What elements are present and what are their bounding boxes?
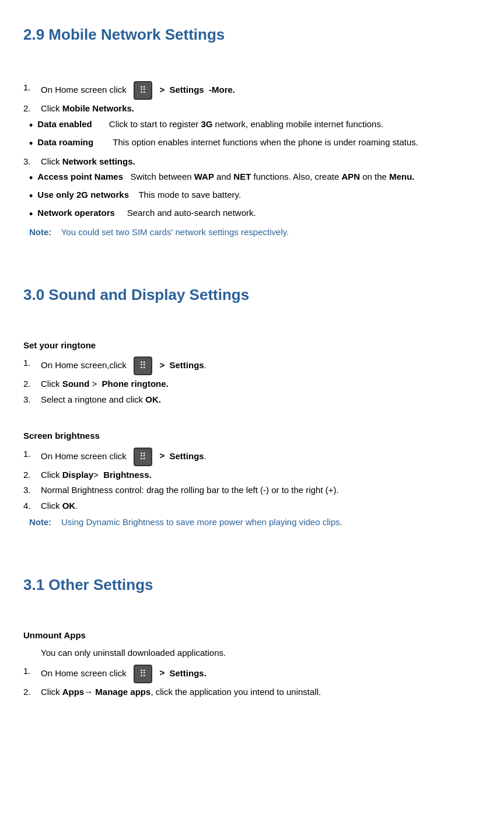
step-3-1-2: 2. Click Apps→ Manage apps, click the ap… [23, 686, 481, 699]
step-num: 3. [23, 393, 41, 407]
section-2-9: 2.9 Mobile Network Settings 1. On Home s… [23, 23, 481, 278]
step-content: On Home screen click > Settings. [41, 448, 481, 466]
step-3-0b-4: 4. Click OK. [23, 499, 481, 513]
display-label: Display [62, 470, 93, 480]
step-3-0b-2: 2. Click Display> Brightness. [23, 469, 481, 482]
step-num: 4. [23, 499, 41, 513]
step-3-0b-3: 3. Normal Brightness control: drag the r… [23, 484, 481, 497]
mobile-networks-label: Mobile Networks. [62, 103, 134, 113]
section-3-0: 3.0 Sound and Display Settings Set your … [23, 284, 481, 568]
settings-label: Settings [170, 450, 204, 460]
step-num: 2. [23, 469, 41, 482]
step-num: 2. [23, 378, 41, 391]
step-content: Click OK. [41, 499, 481, 513]
step-3-0-2: 2. Click Sound > Phone ringtone. [23, 378, 481, 391]
note-2-9: Note: You could set two SIM cards' netwo… [29, 226, 481, 239]
ok-label: OK. [145, 394, 161, 404]
bullet-term: Data enabled Click to start to register … [37, 118, 383, 131]
manage-apps-label: Manage apps [95, 687, 150, 697]
ok-label: OK [62, 501, 76, 511]
section-3-1-title: 3.1 Other Settings [23, 574, 481, 596]
bullet-list-2-9a: Data enabled Click to start to register … [29, 118, 481, 152]
bullet-item-2g: Use only 2G networks This mode to save b… [29, 188, 481, 204]
step-num: 2. [23, 686, 41, 699]
step-content: On Home screen click > Settings. [41, 665, 481, 683]
section-3-0-title: 3.0 Sound and Display Settings [23, 284, 481, 306]
step-content: On Home screen click > Settings -More. [41, 81, 481, 100]
step-num: 1. [23, 448, 41, 461]
home-grid-icon [134, 81, 152, 100]
note-3-0: Note: Using Dynamic Brightness to save m… [29, 516, 481, 529]
step-num: 1. [23, 357, 41, 370]
arrow-icon: > [160, 668, 165, 677]
arrow-icon: > [160, 85, 165, 95]
step-num: 3. [23, 484, 41, 497]
bullet-term: Use only 2G networks This mode to save b… [37, 188, 241, 202]
bullet-item-data-enabled: Data enabled Click to start to register … [29, 118, 481, 134]
arrow-icon: > [160, 360, 165, 370]
arrow-label: → [84, 687, 95, 697]
settings-label: Settings [170, 360, 204, 370]
unmount-apps-subtitle: Unmount Apps [23, 629, 481, 642]
bullet-term: Data roaming This option enables interne… [37, 136, 418, 149]
ringtone-subtitle: Set your ringtone [23, 339, 481, 352]
section-3-1: 3.1 Other Settings Unmount Apps You can … [23, 574, 481, 699]
settings-label: Settings. [170, 668, 206, 677]
section-2-9-title: 2.9 Mobile Network Settings [23, 23, 481, 46]
brightness-label: Brightness. [103, 470, 152, 480]
arrow-icon: > [160, 450, 165, 460]
more-label: -More. [209, 85, 235, 95]
phone-ringtone-label: Phone ringtone. [102, 379, 169, 389]
step-content: Click Sound > Phone ringtone. [41, 378, 481, 391]
step-content: Normal Brightness control: drag the roll… [41, 484, 481, 497]
bullet-term: Network operators Search and auto-search… [37, 207, 256, 220]
step-content: Click Display> Brightness. [41, 469, 481, 482]
sound-label: Sound [62, 379, 90, 389]
apps-label: Apps [62, 687, 85, 697]
step-2-9-2: 2. Click Mobile Networks. [23, 102, 481, 116]
bullet-item-network-operators: Network operators Search and auto-search… [29, 207, 481, 222]
network-settings-label: Network settings. [62, 156, 135, 166]
settings-label: Settings [170, 85, 204, 95]
step-3-0-3: 3. Select a ringtone and click OK. [23, 393, 481, 407]
step-3-0b-1: 1. On Home screen click > Settings. [23, 448, 481, 466]
step-2-9-3: 3. Click Network settings. [23, 155, 481, 169]
home-grid-icon [134, 357, 152, 375]
step-content: Click Network settings. [41, 155, 481, 169]
step-num: 1. [23, 81, 41, 95]
bullet-list-2-9b: Access point Names Switch between WAP an… [29, 170, 481, 222]
step-3-0-1: 1. On Home screen,click > Settings. [23, 357, 481, 375]
bullet-term: Access point Names Switch between WAP an… [37, 170, 414, 184]
step-num: 3. [23, 155, 41, 169]
step-num: 1. [23, 665, 41, 678]
home-grid-icon [134, 665, 152, 683]
step-content: Click Apps→ Manage apps, click the appli… [41, 686, 481, 699]
step-3-1-1: 1. On Home screen click > Settings. [23, 665, 481, 683]
brightness-subtitle: Screen brightness [23, 429, 481, 443]
step-content: On Home screen,click > Settings. [41, 357, 481, 375]
step-num: 2. [23, 102, 41, 116]
step-2-9-1: 1. On Home screen click > Settings -More… [23, 81, 481, 100]
home-grid-icon [134, 448, 152, 466]
bullet-item-data-roaming: Data roaming This option enables interne… [29, 136, 481, 152]
unmount-intro: You can only uninstall downloaded applic… [41, 647, 481, 660]
step-content: Click Mobile Networks. [41, 102, 481, 116]
bullet-item-apn: Access point Names Switch between WAP an… [29, 170, 481, 186]
step-content: Select a ringtone and click OK. [41, 393, 481, 407]
